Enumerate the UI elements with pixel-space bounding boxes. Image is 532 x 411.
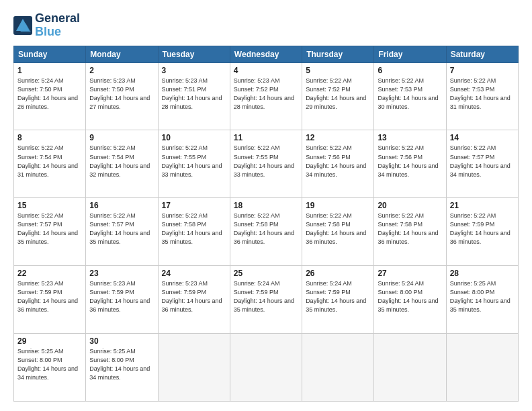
day-number: 10 bbox=[162, 133, 226, 142]
calendar-cell: 17Sunrise: 5:22 AMSunset: 7:58 PMDayligh… bbox=[158, 198, 230, 266]
calendar-cell: 14Sunrise: 5:22 AMSunset: 7:57 PMDayligh… bbox=[446, 130, 518, 198]
day-header: Monday bbox=[86, 46, 158, 62]
calendar-cell: 25Sunrise: 5:24 AMSunset: 7:59 PMDayligh… bbox=[230, 266, 302, 334]
calendar-cell: 3Sunrise: 5:23 AMSunset: 7:51 PMDaylight… bbox=[158, 62, 230, 130]
calendar-cell: 10Sunrise: 5:22 AMSunset: 7:55 PMDayligh… bbox=[158, 130, 230, 198]
calendar-cell: 21Sunrise: 5:22 AMSunset: 7:59 PMDayligh… bbox=[446, 198, 518, 266]
calendar-cell: 19Sunrise: 5:22 AMSunset: 7:58 PMDayligh… bbox=[302, 198, 374, 266]
logo: General Blue bbox=[13, 12, 80, 39]
day-detail: Sunrise: 5:22 AMSunset: 7:53 PMDaylight:… bbox=[450, 77, 515, 111]
calendar-cell: 18Sunrise: 5:22 AMSunset: 7:58 PMDayligh… bbox=[230, 198, 302, 266]
calendar-table: SundayMondayTuesdayWednesdayThursdayFrid… bbox=[13, 46, 519, 402]
calendar-week-row: 29Sunrise: 5:25 AMSunset: 8:00 PMDayligh… bbox=[14, 334, 519, 402]
day-header: Friday bbox=[374, 46, 446, 62]
calendar-cell: 2Sunrise: 5:23 AMSunset: 7:50 PMDaylight… bbox=[86, 62, 158, 130]
day-number: 25 bbox=[234, 269, 298, 278]
calendar-cell: 16Sunrise: 5:22 AMSunset: 7:57 PMDayligh… bbox=[86, 198, 158, 266]
day-detail: Sunrise: 5:22 AMSunset: 7:56 PMDaylight:… bbox=[378, 144, 442, 179]
day-detail: Sunrise: 5:24 AMSunset: 7:50 PMDaylight:… bbox=[17, 77, 82, 111]
day-number: 9 bbox=[89, 133, 154, 142]
day-number: 20 bbox=[378, 201, 442, 210]
calendar-cell bbox=[302, 334, 374, 402]
day-number: 12 bbox=[306, 133, 370, 142]
day-number: 30 bbox=[89, 336, 154, 346]
calendar-cell: 15Sunrise: 5:22 AMSunset: 7:57 PMDayligh… bbox=[14, 198, 86, 266]
calendar-cell: 5Sunrise: 5:22 AMSunset: 7:52 PMDaylight… bbox=[302, 62, 374, 130]
calendar-cell: 9Sunrise: 5:22 AMSunset: 7:54 PMDaylight… bbox=[86, 130, 158, 198]
calendar-week-row: 1Sunrise: 5:24 AMSunset: 7:50 PMDaylight… bbox=[14, 62, 519, 130]
calendar-header-row: SundayMondayTuesdayWednesdayThursdayFrid… bbox=[14, 46, 519, 62]
day-number: 1 bbox=[17, 66, 82, 75]
calendar-cell: 30Sunrise: 5:25 AMSunset: 8:00 PMDayligh… bbox=[86, 334, 158, 402]
day-detail: Sunrise: 5:22 AMSunset: 7:59 PMDaylight:… bbox=[450, 212, 515, 246]
calendar-cell: 24Sunrise: 5:23 AMSunset: 7:59 PMDayligh… bbox=[158, 266, 230, 334]
calendar-cell: 4Sunrise: 5:23 AMSunset: 7:52 PMDaylight… bbox=[230, 62, 302, 130]
day-detail: Sunrise: 5:22 AMSunset: 7:56 PMDaylight:… bbox=[306, 144, 370, 179]
calendar-cell: 23Sunrise: 5:23 AMSunset: 7:59 PMDayligh… bbox=[86, 266, 158, 334]
day-number: 21 bbox=[450, 201, 515, 210]
day-detail: Sunrise: 5:22 AMSunset: 7:52 PMDaylight:… bbox=[306, 77, 370, 111]
day-detail: Sunrise: 5:22 AMSunset: 7:54 PMDaylight:… bbox=[17, 144, 82, 179]
day-number: 5 bbox=[306, 66, 370, 75]
calendar-cell: 27Sunrise: 5:24 AMSunset: 8:00 PMDayligh… bbox=[374, 266, 446, 334]
calendar-cell bbox=[158, 334, 230, 402]
calendar-cell: 28Sunrise: 5:25 AMSunset: 8:00 PMDayligh… bbox=[446, 266, 518, 334]
day-detail: Sunrise: 5:25 AMSunset: 8:00 PMDaylight:… bbox=[17, 347, 82, 382]
calendar-cell: 29Sunrise: 5:25 AMSunset: 8:00 PMDayligh… bbox=[14, 334, 86, 402]
calendar-cell: 1Sunrise: 5:24 AMSunset: 7:50 PMDaylight… bbox=[14, 62, 86, 130]
day-detail: Sunrise: 5:22 AMSunset: 7:55 PMDaylight:… bbox=[234, 144, 298, 179]
day-detail: Sunrise: 5:22 AMSunset: 7:53 PMDaylight:… bbox=[378, 77, 442, 111]
day-number: 26 bbox=[306, 269, 370, 278]
calendar-cell: 11Sunrise: 5:22 AMSunset: 7:55 PMDayligh… bbox=[230, 130, 302, 198]
day-number: 11 bbox=[234, 133, 298, 142]
calendar-cell bbox=[230, 334, 302, 402]
day-number: 14 bbox=[450, 133, 515, 142]
day-number: 16 bbox=[89, 201, 154, 210]
day-number: 6 bbox=[378, 66, 442, 75]
day-detail: Sunrise: 5:22 AMSunset: 7:57 PMDaylight:… bbox=[89, 212, 154, 246]
day-detail: Sunrise: 5:22 AMSunset: 7:58 PMDaylight:… bbox=[306, 212, 370, 246]
calendar-cell: 22Sunrise: 5:23 AMSunset: 7:59 PMDayligh… bbox=[14, 266, 86, 334]
day-number: 29 bbox=[17, 336, 82, 346]
day-detail: Sunrise: 5:22 AMSunset: 7:57 PMDaylight:… bbox=[450, 144, 515, 179]
calendar-cell: 8Sunrise: 5:22 AMSunset: 7:54 PMDaylight… bbox=[14, 130, 86, 198]
day-number: 24 bbox=[162, 269, 226, 278]
day-detail: Sunrise: 5:25 AMSunset: 8:00 PMDaylight:… bbox=[450, 279, 515, 314]
day-number: 13 bbox=[378, 133, 442, 142]
day-detail: Sunrise: 5:22 AMSunset: 7:57 PMDaylight:… bbox=[17, 212, 82, 246]
header: General Blue bbox=[13, 12, 519, 39]
logo-text: General Blue bbox=[35, 12, 80, 39]
day-number: 7 bbox=[450, 66, 515, 75]
calendar-cell: 6Sunrise: 5:22 AMSunset: 7:53 PMDaylight… bbox=[374, 62, 446, 130]
day-detail: Sunrise: 5:23 AMSunset: 7:59 PMDaylight:… bbox=[17, 279, 82, 314]
calendar-body: 1Sunrise: 5:24 AMSunset: 7:50 PMDaylight… bbox=[14, 62, 519, 401]
day-number: 28 bbox=[450, 269, 515, 278]
day-detail: Sunrise: 5:22 AMSunset: 7:55 PMDaylight:… bbox=[162, 144, 226, 179]
day-number: 23 bbox=[89, 269, 154, 278]
day-number: 18 bbox=[234, 201, 298, 210]
page: General Blue SundayMondayTuesdayWednesda… bbox=[0, 0, 532, 411]
logo-icon bbox=[13, 16, 32, 35]
calendar-cell: 20Sunrise: 5:22 AMSunset: 7:58 PMDayligh… bbox=[374, 198, 446, 266]
day-number: 2 bbox=[89, 66, 154, 75]
day-number: 4 bbox=[234, 66, 298, 75]
day-detail: Sunrise: 5:23 AMSunset: 7:50 PMDaylight:… bbox=[89, 77, 154, 111]
day-number: 3 bbox=[162, 66, 226, 75]
day-header: Wednesday bbox=[230, 46, 302, 62]
calendar-week-row: 15Sunrise: 5:22 AMSunset: 7:57 PMDayligh… bbox=[14, 198, 519, 266]
day-number: 8 bbox=[17, 133, 82, 142]
day-detail: Sunrise: 5:22 AMSunset: 7:54 PMDaylight:… bbox=[89, 144, 154, 179]
day-detail: Sunrise: 5:23 AMSunset: 7:51 PMDaylight:… bbox=[162, 77, 226, 111]
day-number: 17 bbox=[162, 201, 226, 210]
calendar-cell: 12Sunrise: 5:22 AMSunset: 7:56 PMDayligh… bbox=[302, 130, 374, 198]
day-header: Thursday bbox=[302, 46, 374, 62]
day-detail: Sunrise: 5:24 AMSunset: 7:59 PMDaylight:… bbox=[234, 279, 298, 314]
day-detail: Sunrise: 5:24 AMSunset: 7:59 PMDaylight:… bbox=[306, 279, 370, 314]
day-detail: Sunrise: 5:23 AMSunset: 7:59 PMDaylight:… bbox=[89, 279, 154, 314]
calendar-cell bbox=[446, 334, 518, 402]
calendar-cell: 7Sunrise: 5:22 AMSunset: 7:53 PMDaylight… bbox=[446, 62, 518, 130]
calendar-week-row: 8Sunrise: 5:22 AMSunset: 7:54 PMDaylight… bbox=[14, 130, 519, 198]
day-number: 27 bbox=[378, 269, 442, 278]
calendar-cell bbox=[374, 334, 446, 402]
day-detail: Sunrise: 5:25 AMSunset: 8:00 PMDaylight:… bbox=[89, 347, 154, 382]
